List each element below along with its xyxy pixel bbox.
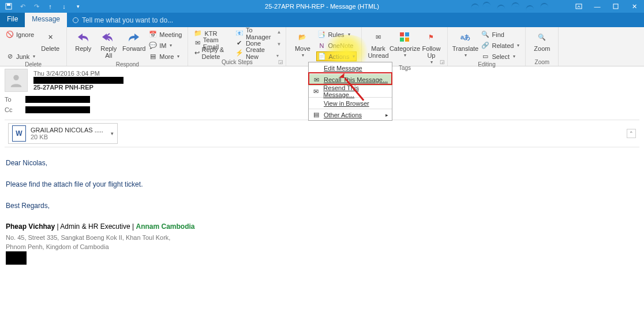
quickstep-more-icon[interactable]: ▾ bbox=[276, 53, 281, 58]
message-from: user1 <user1@example.com> bbox=[33, 77, 123, 84]
svg-rect-7 bbox=[405, 38, 409, 42]
ribbon: 🚫Ignore ⊘Junk ✕ Delete Delete Reply Repl… bbox=[0, 27, 644, 66]
redo-icon[interactable]: ↷ bbox=[32, 2, 40, 10]
rules-icon: 📑 bbox=[317, 31, 325, 39]
next-icon[interactable]: ↓ bbox=[60, 2, 68, 10]
zoom-icon: 🔍 bbox=[534, 29, 549, 44]
lightbulb-icon bbox=[73, 17, 78, 23]
menu-resend-message[interactable]: ✉Resend This Message... bbox=[309, 86, 392, 97]
select-icon: ▭ bbox=[481, 53, 489, 61]
menu-recall-message[interactable]: ✉Recall This Message... bbox=[309, 74, 392, 86]
group-quick-steps: 📁KTR 📧To Manager ✉Team Email ✔Done ↩Repl… bbox=[188, 27, 286, 66]
tab-message[interactable]: Message bbox=[25, 13, 67, 27]
rules-button[interactable]: 📑Rules bbox=[316, 29, 357, 39]
cc-label: Cc bbox=[5, 106, 20, 113]
categorize-icon bbox=[397, 29, 412, 44]
actions-button[interactable]: 📄Actions bbox=[316, 51, 357, 61]
forward-icon bbox=[126, 29, 141, 44]
quickstep-create-new[interactable]: ⚡Create New bbox=[234, 48, 272, 58]
reply-button[interactable]: Reply bbox=[72, 28, 95, 52]
related-button[interactable]: 🔗Related bbox=[480, 40, 521, 50]
meeting-icon: 📅 bbox=[149, 31, 157, 39]
ignore-button[interactable]: 🚫Ignore bbox=[5, 29, 36, 39]
quicksteps-launcher-icon[interactable]: ◲ bbox=[278, 59, 283, 65]
close-icon[interactable]: ✕ bbox=[630, 2, 638, 10]
attachment-menu-icon[interactable]: ▾ bbox=[111, 131, 114, 136]
minimize-icon[interactable]: — bbox=[593, 2, 601, 10]
quickstep-up-icon[interactable]: ▲ bbox=[276, 29, 281, 35]
zoom-button[interactable]: 🔍Zoom bbox=[530, 28, 553, 52]
maximize-icon[interactable] bbox=[612, 2, 620, 10]
forward-button[interactable]: Forward bbox=[122, 28, 145, 52]
quickstep-to-manager[interactable]: 📧To Manager bbox=[234, 28, 272, 38]
translate-button[interactable]: aあTranslate bbox=[452, 28, 478, 58]
quickstep-down-icon[interactable]: ▼ bbox=[276, 42, 281, 47]
actions-menu: Edit Message ✉Recall This Message... ✉Re… bbox=[308, 62, 392, 121]
body-line1: Please find the attach file of your flig… bbox=[6, 178, 638, 191]
svg-rect-1 bbox=[7, 3, 10, 6]
group-respond: Reply Reply All Forward 📅Meeting 💬IM ▤Mo… bbox=[67, 27, 188, 66]
junk-icon: ⊘ bbox=[6, 53, 14, 61]
find-icon: 🔍 bbox=[481, 31, 489, 39]
group-editing: aあTranslate 🔍Find 🔗Related ▭Select Editi… bbox=[448, 27, 526, 66]
qat-more-icon[interactable]: ▾ bbox=[74, 2, 82, 10]
onenote-button[interactable]: NOneNote bbox=[316, 40, 357, 50]
svg-rect-3 bbox=[613, 4, 618, 9]
select-button[interactable]: ▭Select bbox=[480, 51, 521, 61]
attachment-size: 20 KB bbox=[31, 133, 103, 140]
follow-up-button[interactable]: ⚑Follow Up bbox=[420, 28, 443, 65]
menu-edit-message[interactable]: Edit Message bbox=[309, 62, 392, 74]
reply-icon bbox=[76, 29, 91, 44]
browser-icon bbox=[312, 99, 320, 107]
prev-icon[interactable]: ↑ bbox=[46, 2, 54, 10]
tab-file[interactable]: File bbox=[0, 13, 25, 27]
svg-rect-6 bbox=[400, 38, 404, 42]
svg-rect-2 bbox=[576, 4, 582, 9]
collapse-attachments-icon[interactable]: ⌃ bbox=[627, 129, 636, 138]
mark-unread-button[interactable]: ✉Mark Unread bbox=[366, 28, 390, 59]
find-button[interactable]: 🔍Find bbox=[480, 29, 521, 39]
sig-title: Admin & HR Executive bbox=[60, 222, 130, 231]
body-regards: Best Regards, bbox=[6, 199, 638, 213]
reply-delete-icon: ↩ bbox=[194, 49, 199, 57]
more-respond-button[interactable]: ▤More bbox=[148, 51, 183, 61]
ignore-icon: 🚫 bbox=[6, 31, 14, 39]
flag-icon: ⚑ bbox=[424, 29, 439, 44]
undo-icon[interactable]: ↶ bbox=[18, 2, 27, 10]
sender-avatar bbox=[5, 69, 28, 92]
attachment-chip[interactable]: GRAILARD NICOLAS ..... 20 KB ▾ bbox=[8, 123, 118, 144]
move-button[interactable]: 📂Move bbox=[291, 28, 314, 58]
svg-rect-4 bbox=[400, 32, 404, 36]
sig-redacted: xxxx bbox=[6, 251, 27, 265]
cc-value: user3@example.com bbox=[25, 106, 90, 113]
reply-all-button[interactable]: Reply All bbox=[97, 28, 120, 59]
to-value: user2@example.com bbox=[25, 96, 90, 103]
meeting-button[interactable]: 📅Meeting bbox=[148, 29, 183, 39]
ribbon-options-icon[interactable] bbox=[575, 2, 583, 10]
quickstep-reply-delete[interactable]: ↩Reply & Delete bbox=[193, 48, 231, 58]
save-icon[interactable] bbox=[5, 2, 13, 10]
message-date: Thu 3/24/2016 3:04 PM bbox=[33, 70, 123, 77]
group-label-delete: Delete bbox=[5, 61, 62, 68]
related-icon: 🔗 bbox=[481, 42, 489, 50]
delete-button[interactable]: ✕ Delete bbox=[39, 28, 62, 52]
create-new-icon: ⚡ bbox=[235, 49, 244, 57]
window-title: 25-27APR PNH-REP - Message (HTML) bbox=[265, 3, 379, 10]
menu-other-actions[interactable]: ▤Other Actions bbox=[309, 109, 392, 120]
junk-button[interactable]: ⊘Junk bbox=[5, 51, 36, 61]
title-bar: ↶ ↷ ↑ ↓ ▾ 25-27APR PNH-REP - Message (HT… bbox=[0, 0, 644, 13]
reply-all-icon bbox=[101, 29, 116, 44]
im-button[interactable]: 💬IM bbox=[148, 40, 183, 50]
other-actions-icon: ▤ bbox=[312, 111, 320, 119]
menu-view-browser[interactable]: View in Browser bbox=[309, 97, 392, 109]
tags-launcher-icon[interactable]: ◲ bbox=[440, 59, 445, 65]
more-icon: ▤ bbox=[149, 53, 157, 61]
categorize-button[interactable]: Categorize bbox=[392, 28, 417, 58]
sig-company: Annam Cambodia bbox=[136, 222, 194, 231]
group-label-zoom: Zoom bbox=[530, 59, 553, 66]
actions-icon: 📄 bbox=[318, 53, 326, 61]
attachment-bar: GRAILARD NICOLAS ..... 20 KB ▾ ⌃ bbox=[5, 120, 639, 147]
to-label: To bbox=[5, 96, 20, 103]
folder-icon: 📁 bbox=[194, 29, 202, 38]
tell-me-search[interactable]: Tell me what you want to do... bbox=[67, 13, 644, 27]
